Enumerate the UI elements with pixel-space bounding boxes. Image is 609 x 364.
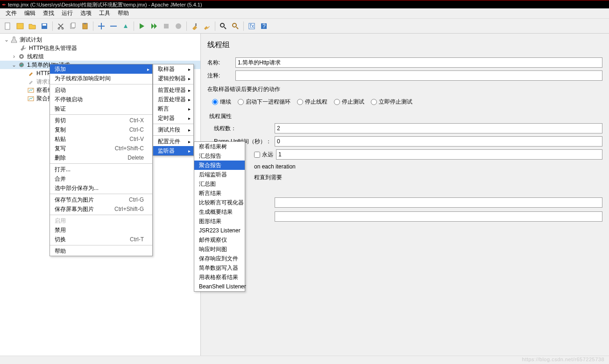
ctx-test-frag[interactable]: 测试片段▸ xyxy=(153,125,193,134)
separator xyxy=(215,21,215,31)
ctx-save-screen-img[interactable]: 保存屏幕为图片Ctrl+Shift-G xyxy=(50,204,152,214)
ctx-sampler[interactable]: 取样器▸ xyxy=(153,64,193,74)
save-button[interactable] xyxy=(39,21,50,31)
forever-check[interactable]: 永远 xyxy=(254,151,273,159)
ctx-assertion-results[interactable]: 断言结果 xyxy=(194,189,245,198)
radio-stop-now[interactable]: 立即停止测试 xyxy=(371,98,412,106)
delay-box[interactable] xyxy=(275,211,602,222)
ctx-add-child-time[interactable]: 为子线程添加响应时间 xyxy=(50,74,152,83)
ctx-summary-graph[interactable]: 汇总图 xyxy=(194,179,245,189)
radio-start-next-input[interactable] xyxy=(238,99,244,105)
start-button[interactable] xyxy=(137,21,147,31)
help-button[interactable]: ? xyxy=(259,21,269,31)
paste-button[interactable] xyxy=(80,21,90,31)
tree-root[interactable]: ⌄ 测试计划 xyxy=(0,35,200,44)
ctx-pre-proc[interactable]: 前置处理器▸ xyxy=(153,85,193,95)
radio-stop-test[interactable]: 停止测试 xyxy=(334,98,364,106)
ctx-comp-assert-vis[interactable]: 比较断言可视化器 xyxy=(194,198,245,207)
reset-search-button[interactable] xyxy=(230,21,241,31)
ctx-validate[interactable]: 验证 xyxy=(50,104,152,113)
menu-run[interactable]: 运行 xyxy=(58,8,77,18)
expander-icon[interactable]: › xyxy=(11,53,17,60)
start-no-pauses-button[interactable] xyxy=(149,21,159,31)
menu-edit[interactable]: 编辑 xyxy=(21,8,39,18)
name-input[interactable] xyxy=(235,57,602,68)
open-button[interactable] xyxy=(27,21,37,31)
collapse-button[interactable] xyxy=(108,21,119,31)
menu-divider xyxy=(50,245,152,245)
ctx-save-sel-as[interactable]: 选中部分保存为... xyxy=(50,183,152,193)
ctx-add[interactable]: 添加▸ xyxy=(50,64,152,74)
ctx-disable[interactable]: 禁用 xyxy=(50,225,152,235)
ctx-listener[interactable]: 监听器▸ xyxy=(153,146,193,155)
ctx-graph-results[interactable]: 图形结果 xyxy=(194,217,245,226)
ctx-post-proc[interactable]: 后置处理器▸ xyxy=(153,95,193,104)
ctx-toggle[interactable]: 切换Ctrl-T xyxy=(50,235,152,244)
svg-rect-9 xyxy=(84,23,86,24)
menu-help[interactable]: 帮助 xyxy=(114,8,133,18)
radio-continue[interactable]: 继续 xyxy=(212,98,231,106)
ctx-help[interactable]: 帮助 xyxy=(50,246,152,256)
ctx-aggregate-report[interactable]: 聚合报告 xyxy=(194,161,245,170)
menu-options[interactable]: 选项 xyxy=(77,8,95,18)
ctx-mailer[interactable]: 邮件观察仪 xyxy=(194,235,245,245)
ctx-copy[interactable]: 复制Ctrl-C xyxy=(50,125,152,134)
shutdown-button[interactable] xyxy=(173,21,184,31)
radio-stop-now-input[interactable] xyxy=(371,99,377,105)
ctx-backend-listener[interactable]: 后端监听器 xyxy=(194,170,245,179)
comment-input[interactable] xyxy=(235,70,602,81)
ctx-resp-time-graph[interactable]: 响应时间图 xyxy=(194,245,245,254)
clear-all-button[interactable] xyxy=(202,21,212,31)
radio-continue-input[interactable] xyxy=(212,99,218,105)
ctx-save-resp-file[interactable]: 保存响应到文件 xyxy=(194,254,245,263)
title-bar: ✒ temp.jmx (C:\Users\rys\Desktop\性能测试环境配… xyxy=(0,0,609,8)
expander-icon[interactable]: ⌄ xyxy=(4,36,9,43)
templates-button[interactable] xyxy=(15,21,25,31)
duration-box[interactable] xyxy=(275,197,602,208)
ctx-duplicate[interactable]: 复写Ctrl+Shift-C xyxy=(50,144,152,153)
function-helper-button[interactable]: fx xyxy=(247,21,257,31)
expander-icon[interactable]: ⌄ xyxy=(11,62,17,68)
search-button[interactable] xyxy=(218,21,228,31)
ctx-paste[interactable]: 粘贴Ctrl-V xyxy=(50,134,152,144)
menu-search[interactable]: 查找 xyxy=(39,8,58,18)
ctx-merge[interactable]: 合并 xyxy=(50,174,152,183)
loop-input[interactable] xyxy=(276,149,602,160)
toggle-button[interactable] xyxy=(120,21,131,31)
ctx-simple-data-writer[interactable]: 简单数据写入器 xyxy=(194,263,245,273)
ctx-start-no-pause[interactable]: 不停顿启动 xyxy=(50,95,152,104)
ctx-config-el[interactable]: 配置元件▸ xyxy=(153,137,193,146)
new-button[interactable] xyxy=(3,21,13,31)
ctx-remove[interactable]: 删除Delete xyxy=(50,153,152,162)
ctx-save-node-img[interactable]: 保存节点为图片Ctrl-G xyxy=(50,195,152,204)
ctx-cut[interactable]: 剪切Ctrl-X xyxy=(50,116,152,125)
ctx-view-results-tree[interactable]: 察看结果树 xyxy=(194,142,245,151)
radio-stop-thread[interactable]: 停止线程 xyxy=(297,98,327,106)
tree-http-header-mgr[interactable]: HTTP信息头管理器 xyxy=(0,44,200,52)
stop-button[interactable] xyxy=(161,21,171,31)
ctx-start[interactable]: 启动 xyxy=(50,85,152,95)
menu-tools[interactable]: 工具 xyxy=(95,8,114,18)
radio-stop-thread-input[interactable] xyxy=(297,99,303,105)
ctx-table-results[interactable]: 用表格察看结果 xyxy=(194,273,245,282)
copy-button[interactable] xyxy=(68,21,78,31)
ctx-open[interactable]: 打开... xyxy=(50,165,152,174)
cut-button[interactable] xyxy=(56,21,66,31)
threads-input[interactable] xyxy=(275,123,602,133)
clear-button[interactable] xyxy=(190,21,200,31)
ctx-gen-summary[interactable]: 生成概要结果 xyxy=(194,207,245,217)
menu-file[interactable]: 文件 xyxy=(2,8,21,18)
ctx-jsr223[interactable]: JSR223 Listener xyxy=(194,226,245,235)
ctx-summary-report[interactable]: 汇总报告 xyxy=(194,151,245,161)
expand-button[interactable] xyxy=(96,21,106,31)
tree-thread-group[interactable]: › 线程组 xyxy=(0,52,200,61)
ctx-beanshell[interactable]: BeanShell Listener xyxy=(194,282,245,291)
row-threads: 线程数： xyxy=(214,123,602,133)
ramp-input[interactable] xyxy=(275,136,602,147)
forever-checkbox[interactable] xyxy=(254,152,260,158)
ctx-timer[interactable]: 定时器▸ xyxy=(153,113,193,123)
ctx-logic-ctrl[interactable]: 逻辑控制器▸ xyxy=(153,74,193,83)
radio-start-next[interactable]: 启动下一进程循环 xyxy=(238,98,290,106)
ctx-assertion[interactable]: 断言▸ xyxy=(153,104,193,113)
radio-stop-test-input[interactable] xyxy=(334,99,340,105)
